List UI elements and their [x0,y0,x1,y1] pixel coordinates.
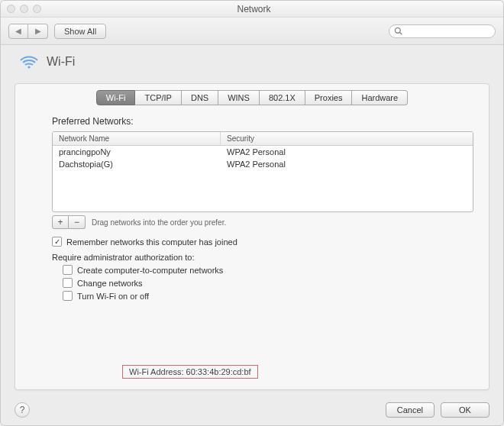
wifi-address-value: 60:33:4b:29:cd:bf [186,367,251,376]
tab-bar: Wi-Fi TCP/IP DNS WINS 802.1X Proxies Har… [15,90,489,105]
checkbox-icon [63,265,73,275]
show-all-button[interactable]: Show All [54,24,106,39]
table-row[interactable]: Dachstopia(G) WPA2 Personal [53,158,473,170]
checkbox-icon [63,278,73,288]
cell-security: WPA2 Personal [221,146,473,158]
add-network-button[interactable]: + [52,215,69,229]
pane-title: Wi-Fi [47,55,75,69]
cancel-button[interactable]: Cancel [386,402,435,418]
titlebar: Network [1,1,503,18]
cell-network-name: prancingpoNy [53,146,221,158]
preferred-networks-label: Preferred Networks: [52,116,473,127]
wifi-address-label: Wi-Fi Address: [129,367,184,376]
search-input[interactable] [389,24,496,38]
drag-hint: Drag networks into the order you prefer. [92,218,226,227]
tab-wifi[interactable]: Wi-Fi [96,90,136,105]
wifi-address-highlight: Wi-Fi Address: 60:33:4b:29:cd:bf [122,365,258,379]
tab-tcpip[interactable]: TCP/IP [135,90,181,105]
triangle-left-icon: ◀ [15,27,21,35]
ok-label: OK [459,405,471,415]
search-field[interactable] [389,24,496,38]
tab-proxies[interactable]: Proxies [305,90,353,105]
window-title: Network [11,4,497,15]
cell-network-name: Dachstopia(G) [53,158,221,170]
preferences-window: Network ◀ ▶ Show All [0,0,504,426]
column-security[interactable]: Security [221,132,473,145]
forward-button[interactable]: ▶ [28,24,48,39]
show-all-label: Show All [64,27,96,36]
svg-point-0 [395,27,400,33]
tab-dns[interactable]: DNS [182,90,218,105]
table-rows[interactable]: prancingpoNy WPA2 Personal Dachstopia(G)… [53,146,473,211]
triangle-right-icon: ▶ [35,27,41,35]
opt-label: Create computer-to-computer networks [77,266,223,275]
pane-header: Wi-Fi [15,54,489,69]
help-button[interactable]: ? [15,402,30,418]
table-header: Network Name Security [53,132,473,146]
tab-wins[interactable]: WINS [218,90,260,105]
table-actions: + − Drag networks into the order you pre… [52,215,473,229]
require-auth-options: Create computer-to-computer networks Cha… [52,265,473,301]
opt-label: Change networks [77,279,143,288]
opt-toggle-wifi[interactable]: Turn Wi-Fi on or off [63,291,473,301]
column-network-name[interactable]: Network Name [53,132,221,145]
opt-change-networks[interactable]: Change networks [63,278,473,288]
tab-8021x[interactable]: 802.1X [260,90,305,105]
plus-icon: + [57,217,63,228]
table-row[interactable]: prancingpoNy WPA2 Personal [53,146,473,158]
require-auth-label: Require administrator authorization to: [52,253,473,262]
cancel-label: Cancel [397,405,423,415]
sheet-body: Preferred Networks: Network Name Securit… [15,105,489,308]
advanced-sheet: Wi-Fi TCP/IP DNS WINS 802.1X Proxies Har… [15,83,489,390]
opt-create-adhoc[interactable]: Create computer-to-computer networks [63,265,473,275]
ok-button[interactable]: OK [441,402,489,418]
content-area: Wi-Fi Wi-Fi TCP/IP DNS WINS 802.1X Proxi… [1,45,503,425]
svg-line-1 [400,32,402,34]
nav-segment: ◀ ▶ [8,24,48,39]
footer-actions: ? Cancel OK [15,402,489,418]
search-icon [394,27,402,37]
svg-point-2 [27,66,30,68]
opt-label: Turn Wi-Fi on or off [77,292,149,301]
checkbox-icon: ✓ [52,237,62,247]
minus-icon: − [74,217,79,228]
remove-network-button[interactable]: − [69,215,86,229]
preferred-networks-table: Network Name Security prancingpoNy WPA2 … [52,131,473,212]
add-remove-segment: + − [52,215,86,229]
remember-networks-check[interactable]: ✓ Remember networks this computer has jo… [52,237,473,247]
cell-security: WPA2 Personal [221,158,473,170]
tab-hardware[interactable]: Hardware [352,90,408,105]
toolbar: ◀ ▶ Show All [1,18,503,45]
back-button[interactable]: ◀ [8,24,28,39]
remember-label: Remember networks this computer has join… [66,237,237,247]
wifi-icon [19,54,39,69]
checkbox-icon [63,291,73,301]
question-icon: ? [20,405,25,415]
